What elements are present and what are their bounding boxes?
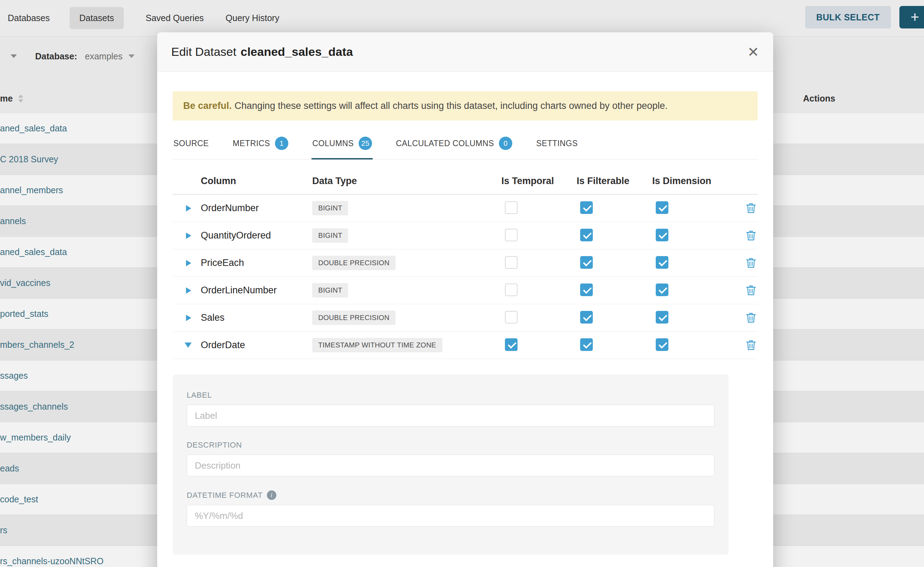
info-icon[interactable] bbox=[267, 490, 276, 500]
is-dimension-checkbox[interactable] bbox=[656, 229, 668, 242]
trash-icon bbox=[746, 312, 756, 324]
modal-tabs: SOURCE METRICS 1 COLUMNS 25 CALCULATED C… bbox=[173, 130, 758, 159]
description-field-label: DESCRIPTION bbox=[187, 441, 715, 450]
trash-icon bbox=[746, 285, 756, 296]
is-filterable-checkbox[interactable] bbox=[580, 338, 593, 351]
column-row: PriceEach DOUBLE PRECISION bbox=[173, 249, 758, 277]
delete-column-button[interactable] bbox=[737, 257, 758, 269]
data-type-pill: DOUBLE PRECISION bbox=[312, 256, 396, 270]
edit-dataset-modal: Edit Datasetcleaned_sales_data ✕ Be care… bbox=[157, 32, 773, 567]
modal-title-dataset-name: cleaned_sales_data bbox=[241, 45, 353, 58]
modal-header: Edit Datasetcleaned_sales_data ✕ bbox=[157, 32, 773, 72]
is-temporal-checkbox[interactable] bbox=[505, 311, 518, 324]
trash-icon bbox=[746, 257, 756, 269]
tab-label: COLUMNS bbox=[312, 139, 354, 148]
delete-column-button[interactable] bbox=[737, 339, 758, 351]
datetime-format-field-group: DATETIME FORMAT bbox=[187, 490, 715, 526]
column-row: Sales DOUBLE PRECISION bbox=[173, 304, 758, 332]
is-dimension-checkbox[interactable] bbox=[656, 256, 668, 269]
tab-label: SETTINGS bbox=[536, 139, 578, 148]
is-filterable-checkbox[interactable] bbox=[580, 229, 593, 242]
count-badge: 25 bbox=[359, 136, 372, 150]
tab[interactable]: COLUMNS 25 bbox=[312, 130, 373, 159]
delete-column-button[interactable] bbox=[737, 312, 758, 324]
trash-icon bbox=[746, 202, 756, 214]
expand-caret-icon[interactable] bbox=[186, 287, 191, 294]
delete-column-button[interactable] bbox=[737, 285, 758, 296]
is-temporal-checkbox[interactable] bbox=[505, 229, 518, 242]
count-badge: 1 bbox=[275, 136, 288, 150]
column-name: OrderDate bbox=[201, 340, 312, 351]
tab-label: METRICS bbox=[233, 139, 270, 148]
tab-label: SOURCE bbox=[173, 139, 209, 148]
is-temporal-checkbox[interactable] bbox=[505, 256, 518, 269]
datetime-format-field-label: DATETIME FORMAT bbox=[187, 490, 715, 500]
is-dimension-checkbox[interactable] bbox=[656, 338, 668, 351]
datetime-format-input[interactable] bbox=[187, 505, 715, 526]
is-temporal-checkbox[interactable] bbox=[505, 338, 518, 351]
is-filterable-checkbox[interactable] bbox=[580, 284, 593, 296]
is-filterable-checkbox[interactable] bbox=[580, 311, 593, 324]
is-dimension-checkbox[interactable] bbox=[656, 311, 668, 324]
is-temporal-checkbox[interactable] bbox=[505, 284, 518, 296]
trash-icon bbox=[746, 230, 756, 242]
tab[interactable]: SETTINGS bbox=[536, 132, 578, 158]
modal-body: Be careful.Changing these settings will … bbox=[157, 92, 773, 555]
column-name: QuantityOrdered bbox=[201, 230, 312, 241]
column-row: OrderDate TIMESTAMP WITHOUT TIME ZONE bbox=[173, 332, 758, 359]
data-type-header: Data Type bbox=[312, 176, 501, 186]
expand-caret-icon[interactable] bbox=[186, 315, 191, 321]
data-type-pill: DOUBLE PRECISION bbox=[312, 310, 396, 325]
data-type-pill: BIGINT bbox=[312, 228, 348, 243]
count-badge: 0 bbox=[499, 136, 512, 150]
label-field-group: LABEL bbox=[187, 391, 715, 426]
tab[interactable]: METRICS 1 bbox=[232, 130, 289, 159]
is-dimension-checkbox[interactable] bbox=[656, 284, 668, 296]
tab[interactable]: SOURCE bbox=[173, 132, 209, 158]
datetime-format-label-text: DATETIME FORMAT bbox=[187, 491, 263, 500]
data-type-pill: BIGINT bbox=[312, 201, 348, 215]
label-field-label: LABEL bbox=[187, 391, 715, 400]
warning-text: Changing these settings will affect all … bbox=[235, 100, 668, 111]
expand-caret-icon[interactable] bbox=[185, 342, 192, 348]
columns-table-body: OrderNumber BIGINT bbox=[173, 195, 758, 359]
description-field-group: DESCRIPTION bbox=[187, 441, 715, 476]
column-row: QuantityOrdered BIGINT bbox=[173, 222, 758, 249]
is-temporal-checkbox[interactable] bbox=[505, 201, 518, 214]
delete-column-button[interactable] bbox=[737, 202, 758, 214]
description-input[interactable] bbox=[187, 454, 715, 476]
data-type-pill: TIMESTAMP WITHOUT TIME ZONE bbox=[312, 338, 442, 352]
tab[interactable]: CALCULATED COLUMNS 0 bbox=[395, 130, 513, 159]
is-dimension-checkbox[interactable] bbox=[656, 201, 668, 214]
modal-title-prefix: Edit Dataset bbox=[171, 45, 236, 58]
is-filterable-checkbox[interactable] bbox=[580, 201, 593, 214]
modal-title: Edit Datasetcleaned_sales_data bbox=[171, 45, 353, 58]
column-row: OrderNumber BIGINT bbox=[173, 195, 758, 222]
column-detail-panel: LABEL DESCRIPTION DATETIME FORMAT bbox=[173, 375, 728, 555]
tab-label: CALCULATED COLUMNS bbox=[396, 139, 494, 148]
is-filterable-checkbox[interactable] bbox=[580, 256, 593, 269]
expand-caret-icon[interactable] bbox=[186, 260, 191, 266]
delete-column-button[interactable] bbox=[737, 230, 758, 242]
column-header: Column bbox=[201, 176, 312, 186]
warning-banner: Be careful.Changing these settings will … bbox=[173, 92, 758, 120]
trash-icon bbox=[746, 339, 756, 351]
column-row: OrderLineNumber BIGINT bbox=[173, 277, 758, 304]
close-icon[interactable]: ✕ bbox=[747, 45, 759, 59]
column-name: OrderLineNumber bbox=[201, 285, 312, 296]
is-temporal-header: Is Temporal bbox=[501, 176, 576, 186]
warning-bold-text: Be careful. bbox=[183, 100, 232, 111]
label-input[interactable] bbox=[187, 405, 715, 426]
is-filterable-header: Is Filterable bbox=[576, 176, 652, 186]
expand-caret-icon[interactable] bbox=[186, 205, 191, 212]
column-name: PriceEach bbox=[201, 258, 312, 268]
column-name: OrderNumber bbox=[201, 203, 312, 214]
columns-table-header: Column Data Type Is Temporal Is Filterab… bbox=[173, 168, 758, 195]
expand-caret-icon[interactable] bbox=[186, 232, 191, 239]
data-type-pill: BIGINT bbox=[312, 283, 348, 297]
is-dimension-header: Is Dimension bbox=[652, 176, 737, 186]
column-name: Sales bbox=[201, 312, 312, 323]
